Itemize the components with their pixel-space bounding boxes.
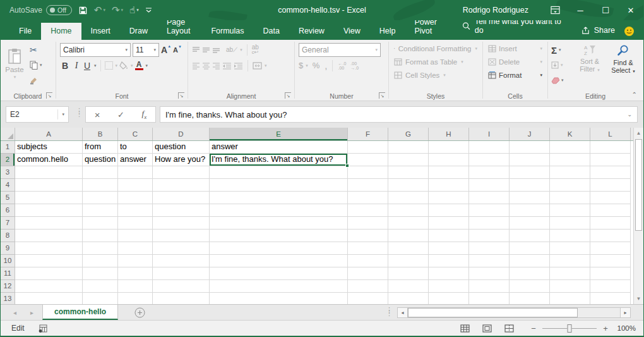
cell-F13[interactable] bbox=[348, 293, 388, 304]
cell-L9[interactable] bbox=[590, 242, 631, 255]
fill-color-button[interactable] bbox=[119, 61, 128, 70]
cell-G9[interactable] bbox=[388, 242, 429, 255]
font-size-combo[interactable]: 11▾ bbox=[133, 43, 159, 57]
cell-L11[interactable] bbox=[590, 267, 631, 280]
maximize-button[interactable]: ☐ bbox=[593, 0, 618, 20]
tell-me-box[interactable]: Tell me what you want to do bbox=[448, 17, 573, 40]
tab-draw[interactable]: Draw bbox=[120, 23, 157, 40]
cell-J13[interactable] bbox=[510, 293, 550, 304]
cell-K12[interactable] bbox=[550, 280, 590, 293]
orientation-button[interactable]: ab⟋ bbox=[226, 46, 237, 54]
zoom-out-button[interactable]: − bbox=[530, 324, 537, 333]
tab-strip-drag-dots[interactable]: ⋮⋮ bbox=[386, 309, 393, 315]
format-cells-button[interactable]: Format▾ bbox=[484, 68, 546, 82]
cell-H12[interactable] bbox=[429, 280, 469, 293]
column-header-F[interactable]: F bbox=[348, 128, 388, 140]
cell-F6[interactable] bbox=[348, 204, 388, 217]
cell-B8[interactable] bbox=[83, 230, 118, 242]
cell-G2[interactable] bbox=[388, 154, 429, 166]
zoom-slider-thumb[interactable] bbox=[568, 324, 572, 333]
cell-L10[interactable] bbox=[590, 255, 631, 267]
cell-J5[interactable] bbox=[510, 192, 550, 204]
cell-L1[interactable] bbox=[590, 141, 631, 154]
row-header-2[interactable]: 2 bbox=[1, 154, 15, 166]
cell-E1[interactable]: answer bbox=[210, 141, 348, 154]
cell-C13[interactable] bbox=[118, 293, 153, 304]
cell-L8[interactable] bbox=[590, 230, 631, 242]
cell-D5[interactable] bbox=[153, 192, 210, 204]
cell-B2[interactable]: question bbox=[83, 154, 118, 166]
increase-indent-icon[interactable] bbox=[234, 62, 243, 70]
name-box[interactable]: E2 ▾ bbox=[6, 106, 69, 123]
cell-I6[interactable] bbox=[469, 204, 510, 217]
column-header-K[interactable]: K bbox=[550, 128, 590, 140]
user-name[interactable]: Rodrigo Rodriguez bbox=[463, 6, 528, 15]
cell-G4[interactable] bbox=[388, 179, 429, 192]
cell-I12[interactable] bbox=[469, 280, 510, 293]
sort-filter-button[interactable]: AZ Sort & Filter ▾ bbox=[573, 42, 606, 89]
cell-styles-button[interactable]: Cell Styles▾ bbox=[390, 68, 481, 82]
paste-dropdown-icon[interactable]: ▾ bbox=[14, 75, 16, 80]
cell-L12[interactable] bbox=[590, 280, 631, 293]
cell-I1[interactable] bbox=[469, 141, 510, 154]
tab-insert[interactable]: Insert bbox=[81, 23, 120, 40]
row-header-12[interactable]: 12 bbox=[1, 280, 15, 293]
column-header-C[interactable]: C bbox=[118, 128, 153, 140]
copy-dropdown-icon[interactable]: ▾ bbox=[40, 63, 42, 68]
cell-C1[interactable]: to bbox=[118, 141, 153, 154]
cell-C11[interactable] bbox=[118, 267, 153, 280]
next-sheet-icon[interactable]: ▸ bbox=[30, 309, 33, 316]
fill-handle[interactable] bbox=[345, 164, 349, 168]
row-header-5[interactable]: 5 bbox=[1, 192, 15, 204]
cell-B4[interactable] bbox=[83, 179, 118, 192]
underline-button[interactable]: U bbox=[83, 61, 92, 71]
delete-cells-button[interactable]: Delete▾ bbox=[484, 55, 546, 68]
fill-color-dropdown-icon[interactable]: ▾ bbox=[131, 63, 133, 68]
horizontal-scrollbar[interactable]: ◂ ▸ bbox=[397, 307, 631, 318]
cell-K5[interactable] bbox=[550, 192, 590, 204]
cell-K2[interactable] bbox=[550, 154, 590, 166]
cell-A8[interactable] bbox=[15, 230, 83, 242]
tab-data[interactable]: Data bbox=[253, 23, 289, 40]
font-dialog-launcher[interactable]: ↘ bbox=[178, 92, 184, 99]
font-color-dropdown-icon[interactable]: ▾ bbox=[146, 63, 148, 68]
underline-dropdown-icon[interactable]: ▾ bbox=[94, 63, 97, 68]
cell-B3[interactable] bbox=[83, 166, 118, 179]
percent-style-button[interactable]: % bbox=[313, 61, 320, 70]
cell-J4[interactable] bbox=[510, 179, 550, 192]
tab-formulas[interactable]: Formulas bbox=[201, 23, 253, 40]
tab-home[interactable]: Home bbox=[41, 23, 81, 40]
tab-help[interactable]: Help bbox=[370, 23, 405, 40]
formula-bar-drag-dots[interactable]: ⋮⋮ bbox=[76, 109, 83, 116]
cell-I13[interactable] bbox=[469, 293, 510, 304]
cell-L13[interactable] bbox=[590, 293, 631, 304]
copy-button[interactable]: ▾ bbox=[28, 58, 44, 72]
autosave-toggle[interactable]: Off bbox=[46, 5, 72, 15]
cell-G5[interactable] bbox=[388, 192, 429, 204]
decrease-decimal-button[interactable]: .00→.0 bbox=[350, 61, 359, 70]
merge-center-button[interactable] bbox=[253, 62, 262, 70]
cell-H10[interactable] bbox=[429, 255, 469, 267]
cell-D7[interactable] bbox=[153, 217, 210, 230]
cell-G1[interactable] bbox=[388, 141, 429, 154]
cell-B10[interactable] bbox=[83, 255, 118, 267]
cell-B11[interactable] bbox=[83, 267, 118, 280]
cell-B12[interactable] bbox=[83, 280, 118, 293]
scroll-up-icon[interactable]: ▲ bbox=[634, 128, 643, 138]
find-select-button[interactable]: Find & Select ▾ bbox=[606, 42, 640, 89]
cell-H6[interactable] bbox=[429, 204, 469, 217]
fill-button[interactable]: ▾ bbox=[549, 58, 573, 72]
cell-L5[interactable] bbox=[590, 192, 631, 204]
cell-K8[interactable] bbox=[550, 230, 590, 242]
wrap-text-button[interactable]: abc↩ bbox=[252, 45, 259, 55]
insert-function-button[interactable]: fx bbox=[142, 109, 147, 120]
cell-I2[interactable] bbox=[469, 154, 510, 166]
cell-J1[interactable] bbox=[510, 141, 550, 154]
cell-K11[interactable] bbox=[550, 267, 590, 280]
cell-G11[interactable] bbox=[388, 267, 429, 280]
horizontal-scrollbar-thumb[interactable] bbox=[408, 308, 578, 317]
zoom-in-button[interactable]: + bbox=[602, 324, 609, 333]
cell-E8[interactable] bbox=[210, 230, 348, 242]
cell-E11[interactable] bbox=[210, 267, 348, 280]
align-right-icon[interactable] bbox=[212, 62, 220, 70]
